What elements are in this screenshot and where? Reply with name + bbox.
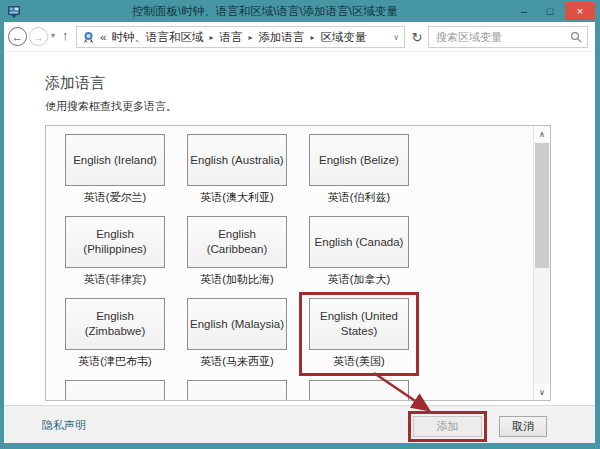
back-button[interactable]: ← — [8, 27, 27, 46]
language-tile[interactable]: English (Zimbabwe)英语(津巴布韦) — [54, 298, 176, 372]
language-tile[interactable]: English (Belize)英语(伯利兹) — [298, 134, 420, 208]
language-tile[interactable]: English (United States)英语(美国) — [298, 298, 420, 372]
language-tile-caption: 英语(津巴布韦) — [78, 354, 151, 369]
window-icon — [7, 4, 21, 18]
breadcrumb-separator-icon: ▸ — [247, 33, 253, 42]
add-button-annotation-box: 添加 — [408, 411, 487, 442]
window-body: ← → ▾ ↑ « 时钟、语言和区域▸语言▸添加语言▸区域变量 ∨ ↻ — [4, 22, 595, 443]
page-title: 添加语言 — [45, 74, 105, 93]
breadcrumb-separator-icon: ▸ — [208, 33, 214, 42]
language-tile[interactable]: English (Philippines)英语(菲律宾) — [54, 216, 176, 290]
forward-button[interactable]: → — [29, 27, 48, 46]
language-tile-caption: 英语(加拿大) — [328, 272, 390, 287]
close-button[interactable]: × — [565, 2, 595, 20]
search-icon[interactable] — [570, 31, 582, 43]
language-tile[interactable]: English (Caribbean)英语(加勒比海) — [176, 216, 298, 290]
language-tile-name: English (Zimbabwe) — [65, 298, 165, 350]
breadcrumb-item[interactable]: 时钟、语言和区域 — [111, 30, 203, 45]
language-tile-name — [309, 380, 409, 401]
breadcrumb-overflow-icon[interactable]: « — [100, 31, 106, 43]
language-tile-name: English (Philippines) — [65, 216, 165, 268]
language-tile-name: English (United States) — [309, 298, 409, 350]
language-tile-name — [65, 380, 165, 401]
footer-bar: 隐私声明 添加 取消 — [4, 405, 595, 443]
language-tile-name: English (Caribbean) — [187, 216, 287, 268]
language-tile-caption: 英语(伯利兹) — [328, 190, 390, 205]
breadcrumb-item[interactable]: 区域变量 — [320, 30, 366, 45]
address-bar[interactable]: « 时钟、语言和区域▸语言▸添加语言▸区域变量 ∨ — [76, 26, 405, 48]
window-title: 控制面板\时钟、语言和区域\语言\添加语言\区域变量 — [40, 0, 490, 22]
breadcrumb: 时钟、语言和区域▸语言▸添加语言▸区域变量 — [111, 30, 366, 45]
language-tile-caption: 英语(加勒比海) — [200, 272, 273, 287]
up-button[interactable]: ↑ — [62, 28, 69, 43]
minimize-button[interactable]: – — [513, 2, 535, 20]
history-dropdown-icon[interactable]: ▾ — [51, 31, 55, 40]
page-subtitle: 使用搜索框查找更多语言。 — [45, 99, 177, 114]
address-chevron-down-icon[interactable]: ∨ — [393, 33, 399, 42]
language-grid: English (Ireland)英语(爱尔兰)English (Austral… — [54, 134, 420, 401]
language-tile-caption: 英语(菲律宾) — [84, 272, 146, 287]
language-tile-caption: 英语(马来西亚) — [200, 354, 273, 369]
breadcrumb-item[interactable]: 添加语言 — [258, 30, 304, 45]
control-panel-icon — [82, 31, 95, 44]
title-bar: 控制面板\时钟、语言和区域\语言\添加语言\区域变量 – □ × — [0, 0, 600, 22]
language-tile[interactable]: English (Malaysia)英语(马来西亚) — [176, 298, 298, 372]
scrollbar-thumb[interactable] — [535, 143, 549, 268]
language-tile-caption: 英语(美国) — [333, 354, 384, 369]
language-list: English (Ireland)英语(爱尔兰)English (Austral… — [45, 125, 551, 401]
privacy-statement-link[interactable]: 隐私声明 — [42, 418, 86, 433]
language-tile-partial[interactable] — [298, 380, 420, 401]
cancel-button[interactable]: 取消 — [499, 416, 547, 437]
language-tile-name: English (Malaysia) — [187, 298, 287, 350]
language-tile-name: English (Belize) — [309, 134, 409, 186]
control-panel-window: 控制面板\时钟、语言和区域\语言\添加语言\区域变量 – □ × ← → ▾ ↑… — [0, 0, 600, 449]
language-tile-caption: 英语(澳大利亚) — [200, 190, 273, 205]
maximize-button[interactable]: □ — [539, 2, 561, 20]
language-tile-name — [187, 380, 287, 401]
language-tile-name: English (Canada) — [309, 216, 409, 268]
language-tile-partial[interactable] — [54, 380, 176, 401]
language-tile[interactable]: English (Canada)英语(加拿大) — [298, 216, 420, 290]
language-tile-name: English (Ireland) — [65, 134, 165, 186]
breadcrumb-item[interactable]: 语言 — [219, 30, 242, 45]
language-tile[interactable]: English (Ireland)英语(爱尔兰) — [54, 134, 176, 208]
language-tile[interactable]: English (Australia)英语(澳大利亚) — [176, 134, 298, 208]
breadcrumb-separator-icon: ▸ — [309, 33, 315, 42]
language-tile-name: English (Australia) — [187, 134, 287, 186]
language-tile-caption: 英语(爱尔兰) — [84, 190, 146, 205]
navigation-bar: ← → ▾ ↑ « 时钟、语言和区域▸语言▸添加语言▸区域变量 ∨ ↻ — [4, 22, 595, 52]
search-box[interactable] — [428, 26, 588, 48]
scrollbar[interactable]: ∧ ∨ — [533, 126, 550, 400]
add-button[interactable]: 添加 — [413, 416, 482, 437]
search-input[interactable] — [434, 30, 570, 44]
refresh-button[interactable]: ↻ — [408, 27, 426, 47]
language-tile-partial[interactable] — [176, 380, 298, 401]
scroll-down-icon[interactable]: ∨ — [534, 384, 550, 400]
scroll-up-icon[interactable]: ∧ — [534, 126, 550, 142]
